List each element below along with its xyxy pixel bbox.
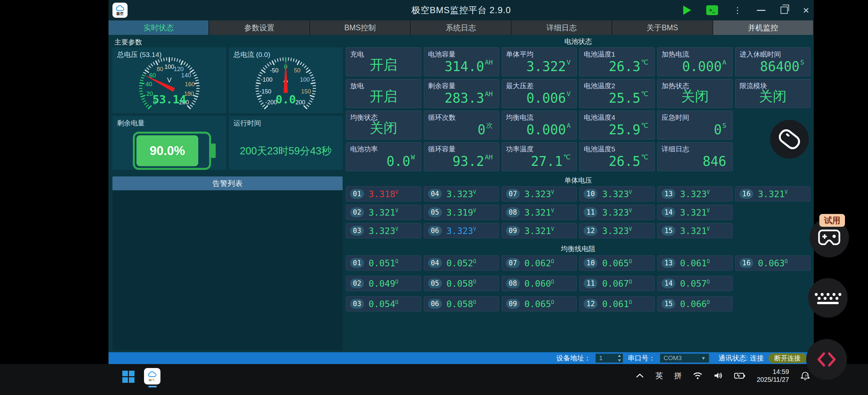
status-card: 最大压差0.006V <box>502 79 577 108</box>
runtime-label: 运行时间 <box>234 118 261 128</box>
resistance-cell-08: 080.060Ω <box>502 276 577 291</box>
status-card: 循环次数0次 <box>424 111 499 140</box>
tray-expand-icon[interactable] <box>636 373 644 378</box>
status-card: 详细日志846 <box>657 142 733 171</box>
resistance-value: 0.054Ω <box>369 299 398 309</box>
tab-params[interactable]: 参数设置 <box>209 21 310 35</box>
ime-en-indicator[interactable]: 英 <box>655 371 663 381</box>
status-card-label: 电池功率 <box>350 144 378 154</box>
notification-bell-icon[interactable]: zZ <box>800 371 810 380</box>
restore-button[interactable] <box>780 7 788 14</box>
cell-number-badge: 10 <box>584 189 597 199</box>
tab-parallel[interactable]: 并机监控 <box>713 21 814 35</box>
cell-number-badge: 05 <box>428 279 442 288</box>
voltage-cell-03: 033.323V <box>346 223 421 238</box>
voltage-cell-16: 163.321V <box>735 186 810 201</box>
voltage-value: 3.323V <box>369 226 398 236</box>
resistance-cell-02: 020.049Ω <box>346 276 421 291</box>
gamepad-icon <box>818 229 841 246</box>
tab-about[interactable]: 关于BMS <box>612 21 713 35</box>
status-card: 均衡电流0.000A <box>502 111 577 140</box>
clock[interactable]: 14:59 2025/11/27 <box>756 368 789 384</box>
device-addr-stepper[interactable] <box>617 354 622 362</box>
voltage-value: 3.318V <box>369 189 398 199</box>
cell-number-badge: 16 <box>739 189 753 199</box>
cell-number-badge: 11 <box>584 279 597 288</box>
run-button[interactable] <box>683 6 691 15</box>
device-addr-input[interactable]: 1 <box>595 354 623 363</box>
cell-number-badge: 10 <box>584 258 597 268</box>
status-card: 加热电流0.000A <box>657 48 733 76</box>
status-card-label: 均衡电流 <box>506 113 534 122</box>
status-card-label: 最大压差 <box>506 81 534 90</box>
status-card-value: 0.000A <box>526 121 570 137</box>
resistance-cell-13: 130.061Ω <box>657 255 733 271</box>
cell-number-badge: 06 <box>428 226 442 236</box>
tab-syslog[interactable]: 系统日志 <box>411 21 511 35</box>
taskbar-app-icon[interactable]: ⚏⛅ <box>144 368 160 385</box>
resistance-cell-15: 150.066Ω <box>657 296 733 311</box>
wifi-icon[interactable] <box>693 372 703 379</box>
voltage-cell-14: 143.321V <box>657 205 733 220</box>
svg-text:40: 40 <box>146 81 152 88</box>
voltage-cell-11: 113.323V <box>579 205 655 220</box>
balance-resistance-title: 均衡线电阻 <box>346 244 810 253</box>
cell-number-badge: 14 <box>661 207 675 217</box>
voltage-cell-06: 063.323V <box>424 223 499 238</box>
battery-icon: 90.0% <box>133 132 211 170</box>
tab-realtime[interactable]: 实时状态 <box>108 21 209 35</box>
keyboard-icon <box>815 292 841 304</box>
status-card-value: 846 <box>703 154 726 169</box>
keyboard-fab[interactable] <box>808 278 848 318</box>
voltage-value: 3.321V <box>758 189 787 199</box>
tab-control[interactable]: BMS控制 <box>310 21 411 35</box>
serial-port-label: 串口号： <box>628 354 655 363</box>
cell-number-badge: 12 <box>584 299 597 309</box>
status-card: 放电开启 <box>346 79 421 108</box>
minimize-button[interactable] <box>757 10 766 11</box>
cell-voltage-title: 单体电压 <box>346 176 810 185</box>
status-card-label: 加热电流 <box>661 50 689 59</box>
svg-text:100: 100 <box>300 76 310 83</box>
status-card: 单体平均3.322V <box>502 48 577 76</box>
trial-badge: 试用 <box>819 214 845 227</box>
disconnect-button[interactable]: 断开连接 <box>768 353 807 363</box>
screen-record-fab[interactable] <box>770 120 809 159</box>
status-card-value: 0.0W <box>386 153 415 169</box>
status-card-value: 关闭 <box>736 87 810 106</box>
serial-port-select[interactable]: COM3 ▼ <box>660 354 709 363</box>
status-card-value: 关闭 <box>346 119 421 137</box>
status-card-value: 0.000A <box>682 58 726 74</box>
alarm-list[interactable] <box>113 190 343 350</box>
start-button[interactable] <box>122 371 135 383</box>
cell-number-badge: 04 <box>428 189 442 199</box>
system-tray: 英 拼 14:59 2025/11/27 zZ <box>636 364 810 387</box>
status-card-value: 93.2AH <box>453 153 493 169</box>
status-card: 充电开启 <box>346 48 421 76</box>
svg-text:80: 80 <box>156 66 163 73</box>
terminal-button[interactable]: >_ <box>706 5 718 15</box>
volume-icon[interactable] <box>714 372 723 379</box>
voltage-cell-15: 153.321V <box>657 223 733 238</box>
svg-text:-100: -100 <box>261 76 273 83</box>
resistance-cell-05: 050.058Ω <box>424 276 499 291</box>
ime-pinyin-indicator[interactable]: 拼 <box>674 371 682 381</box>
voltage-cell-10: 103.323V <box>579 186 655 201</box>
status-card-value: 0次 <box>478 121 493 137</box>
runtime-card: 运行时间 200天23时59分43秒 <box>229 116 343 170</box>
tab-detaillog[interactable]: 详细日志 <box>512 21 612 35</box>
status-card-label: 剩余容量 <box>428 81 456 90</box>
cell-number-badge: 12 <box>584 226 597 236</box>
more-menu-button[interactable]: ⋮ <box>733 7 742 13</box>
status-card: 电池温度425.9℃ <box>579 111 655 140</box>
status-card-value: 283.3AH <box>444 90 493 106</box>
status-card-label: 单体平均 <box>506 50 534 59</box>
battery-tray-icon[interactable] <box>734 372 745 379</box>
code-fab[interactable] <box>806 339 847 380</box>
close-button[interactable]: × <box>803 5 809 15</box>
svg-text:0.0: 0.0 <box>276 93 296 106</box>
resistance-cell-14: 140.057Ω <box>657 276 733 291</box>
voltage-value: 3.323V <box>524 189 554 199</box>
app-window: 极空 极空BMS监控平台 2.9.0 >_ ⋮ × 实时状态参数设置BMS控制系… <box>108 0 814 364</box>
status-card: 加热状态关闭 <box>657 79 733 108</box>
